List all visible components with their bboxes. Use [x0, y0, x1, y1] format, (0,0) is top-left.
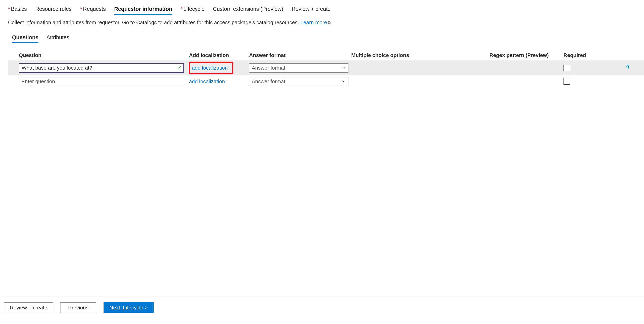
question-row: add localization Answer format — [19, 75, 636, 87]
tab-basics-label: Basics — [11, 6, 27, 12]
add-localization-link[interactable]: add localization — [189, 78, 225, 84]
question-input-wrap — [19, 77, 184, 86]
delete-icon[interactable] — [625, 64, 630, 71]
learn-more-link[interactable]: Learn more — [300, 19, 327, 25]
required-checkbox[interactable] — [564, 78, 570, 85]
subtab-questions[interactable]: Questions — [12, 34, 38, 43]
add-localization-link[interactable]: add localization — [192, 65, 228, 71]
question-input-wrap — [19, 63, 184, 73]
add-localization-highlight: add localization — [189, 62, 233, 74]
tab-resource-roles-label: Resource roles — [35, 6, 72, 12]
tab-requestor-information[interactable]: Requestor information — [114, 6, 172, 14]
tab-basics[interactable]: *Basics — [8, 6, 27, 14]
subtabs: Questions Attributes — [8, 34, 636, 43]
col-required: Required — [564, 52, 616, 58]
external-link-icon: ⧉ — [328, 19, 331, 26]
previous-button[interactable]: Previous — [60, 302, 96, 313]
questions-table: Question Add localization Answer format … — [8, 50, 636, 87]
wizard-tabs: *Basics Resource roles *Requests Request… — [8, 6, 636, 14]
tab-requests-label: Requests — [83, 6, 106, 12]
col-answer-format: Answer format — [249, 52, 351, 58]
col-regex-pattern: Regex pattern (Preview) — [490, 52, 564, 58]
question-input[interactable] — [19, 63, 184, 73]
tab-review-create[interactable]: Review + create — [292, 6, 330, 14]
desc-text: Collect information and attributes from … — [8, 19, 299, 25]
table-header: Question Add localization Answer format … — [19, 50, 636, 60]
tab-lifecycle[interactable]: *Lifecycle — [180, 6, 205, 14]
tab-lifecycle-label: Lifecycle — [184, 6, 204, 12]
wizard-footer: Review + create Previous Next: Lifecycle… — [0, 297, 644, 324]
tab-review-label: Review + create — [292, 6, 330, 12]
page-description: Collect information and attributes from … — [8, 19, 636, 26]
next-button[interactable]: Next: Lifecycle > — [104, 302, 154, 313]
tab-requests[interactable]: *Requests — [80, 6, 106, 14]
question-row: add localization Answer format — [8, 60, 644, 75]
tab-custom-ext-label: Custom extensions (Preview) — [213, 6, 283, 12]
tab-resource-roles[interactable]: Resource roles — [35, 6, 72, 14]
answer-format-select[interactable]: Answer format — [249, 77, 348, 86]
col-add-localization: Add localization — [189, 52, 249, 58]
question-input[interactable] — [19, 77, 184, 86]
answer-format-select[interactable]: Answer format — [249, 63, 348, 73]
review-create-button[interactable]: Review + create — [4, 302, 53, 313]
col-question: Question — [19, 52, 189, 58]
required-checkbox[interactable] — [564, 65, 570, 71]
col-multiple-choice: Multiple choice options — [351, 52, 490, 58]
tab-custom-extensions[interactable]: Custom extensions (Preview) — [213, 6, 283, 14]
learn-more-label: Learn more — [300, 19, 327, 25]
subtab-attributes[interactable]: Attributes — [46, 34, 69, 43]
tab-requestor-info-label: Requestor information — [114, 6, 172, 12]
